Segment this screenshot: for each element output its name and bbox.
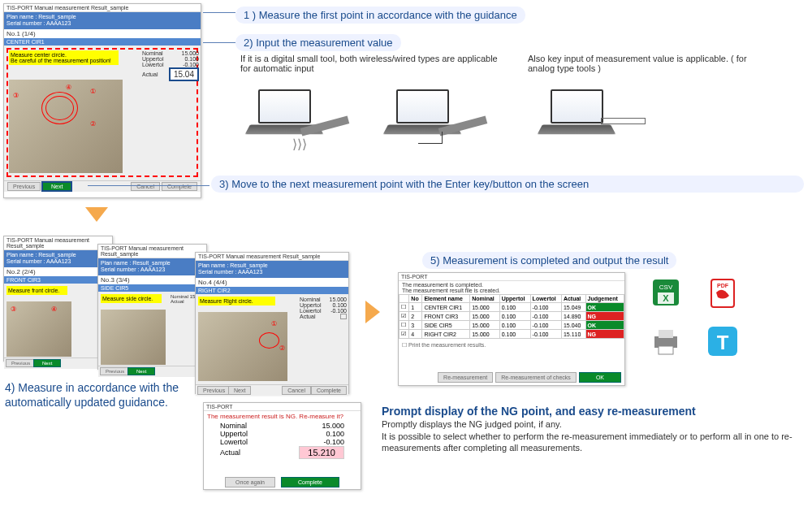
svg-rect-8 [659,346,673,354]
actual-input[interactable]: 15.04 [169,67,199,81]
result-ok-button[interactable]: OK [579,372,621,383]
step-5-label: 5) Measurement is completed and output t… [422,252,676,269]
svg-text:CSV: CSV [659,284,673,291]
csv-icon: CSVX [650,276,682,309]
result-window: TIS-PORT The measurement is completed. T… [398,272,625,386]
window-title: TIS-PORT Manual measurement Result_sampl… [4,4,201,12]
remeasure-checks-button[interactable]: Re-measurement of checks [495,372,577,383]
arrow-down-icon [85,207,108,222]
step-4-label: 4) Measure in accordance with the automa… [5,380,184,410]
app-window-step3: TIS-PORT Manual measurement Result_sampl… [97,244,207,370]
svg-rect-7 [659,330,673,338]
prompt-title: Prompt display of the NG point, and easy… [382,405,804,418]
result-msg1: The measurement is completed. [402,282,621,288]
value-panel: Nominal15.000 Uppertol0.100 Lowertol-0.1… [142,50,199,81]
ng-actual-value: 15.210 [299,446,344,459]
arrow-right-icon [365,301,380,323]
complete-button[interactable]: Complete [162,182,197,191]
element-name: CENTER CIR1 [4,38,201,46]
part-image: ① ② ③ ④ [9,80,123,173]
step-3-label: 3) Move to the next measurement point wi… [211,176,804,193]
table-row: ☑2FRONT CIR315.0000.100-0.10014.890NG [400,312,624,321]
remeasure-button[interactable]: Re-measurement [438,372,493,383]
previous-button[interactable]: Previous [7,182,41,191]
svg-text:PDF: PDF [717,283,729,288]
ng-dialog: TIS-PORT The measurement result is NG. R… [203,402,361,490]
table-row: ☐1CENTER CIR115.0000.100-0.10015.049OK [400,303,624,312]
ng-message: The measurement result is NG. Re-measure… [204,411,361,422]
prompt-line2: It is possible to select whether to perf… [382,431,804,454]
printer-icon [650,325,682,358]
guidance-box: Measure center circle. Be careful of the… [9,50,119,65]
step-counter: No.1 (1/4) [4,29,201,38]
table-row: ☐3SIDE CIR515.0000.100-0.10015.040OK [400,321,624,330]
step-2-sub1: If it is a digital small tool, both wire… [240,54,500,73]
table-row: ☑4RIGHT CIR215.0000.100-0.10015.110NG [400,330,624,339]
result-msg2: The measurement result file is created. [402,288,621,293]
svg-text:X: X [663,293,669,303]
tisport-icon: T [706,325,739,358]
guidance-line1: Measure center circle. [11,52,117,58]
print-checkbox-label[interactable]: Print the measurement results. [408,342,486,348]
svg-text:T: T [717,332,729,353]
app-window-step2: TIS-PORT Manual measurement Result_sampl… [3,236,113,362]
pdf-icon: PDF [706,276,739,309]
next-button[interactable]: Next [41,181,72,192]
app-window-step4: TIS-PORT Manual measurement Result_sampl… [195,252,349,394]
ng-complete-button[interactable]: Complete [281,477,339,488]
guidance-line2: Be careful of the measurement position! [11,58,117,63]
laptop-keyinput [536,89,617,146]
cancel-button[interactable]: Cancel [131,182,160,191]
app-window-main: TIS-PORT Manual measurement Result_sampl… [3,3,201,198]
step-2-label: 2) Input the measurement value [235,34,401,51]
laptop-wired [382,89,463,146]
step-1-label: 1 ) Measure the first point in accordanc… [235,6,525,24]
serial-number: Serial number : AAAA123 [6,20,198,27]
prompt-line1: Promptly displays the NG judged point, i… [382,419,804,429]
step-2-sub2: Also key input of measurement value is a… [528,54,771,73]
plan-name: Plan name : Result_sample [6,14,198,20]
app-header: Plan name : Result_sample Serial number … [4,12,201,29]
once-again-button[interactable]: Once again [225,477,275,488]
laptop-wireless: ⟩⟩⟩ [244,89,325,146]
result-table: NoElement name NominalUppertol LowertolA… [399,294,624,339]
